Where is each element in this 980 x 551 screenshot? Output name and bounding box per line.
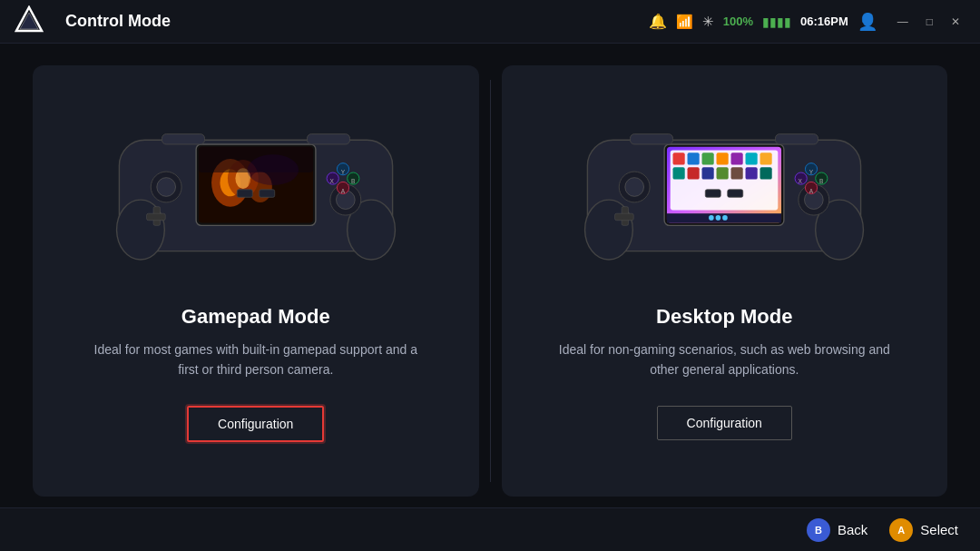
svg-point-15 <box>157 178 176 197</box>
svg-rect-71 <box>776 134 818 144</box>
bottom-bar: B Back A Select <box>0 507 980 551</box>
desktop-mode-desc: Ideal for non-gaming scenarios, such as … <box>552 339 897 380</box>
clock: 06:16PM <box>800 15 848 28</box>
desktop-illustration: Y X B A <box>570 87 878 287</box>
svg-point-53 <box>709 215 714 221</box>
svg-point-57 <box>625 178 644 197</box>
mode-divider <box>490 80 491 482</box>
svg-rect-50 <box>731 167 743 179</box>
battery-icon: ▮▮▮▮ <box>762 15 791 29</box>
svg-rect-52 <box>760 167 772 179</box>
window-controls: — □ ✕ <box>892 14 965 30</box>
titlebar: Control Mode 🔔 📶 ✳ 100% ▮▮▮▮ 06:16PM 👤 —… <box>0 0 980 44</box>
desktop-mode-title: Desktop Mode <box>656 305 792 329</box>
select-button[interactable]: A Select <box>889 518 958 542</box>
close-button[interactable]: ✕ <box>946 14 965 30</box>
svg-text:X: X <box>329 178 334 184</box>
svg-rect-51 <box>746 167 758 179</box>
back-icon: B <box>807 518 830 542</box>
svg-rect-45 <box>760 153 772 164</box>
svg-rect-47 <box>688 167 700 179</box>
svg-text:Y: Y <box>809 169 814 175</box>
svg-rect-48 <box>702 167 714 179</box>
svg-rect-42 <box>717 153 729 164</box>
back-button[interactable]: B Back <box>807 518 867 542</box>
svg-rect-29 <box>307 134 349 144</box>
app-logo <box>15 5 54 38</box>
maximize-button[interactable]: □ <box>921 14 938 30</box>
battery-status: 100% <box>723 15 753 28</box>
bluetooth-icon: ✳ <box>702 14 714 30</box>
desktop-config-button[interactable]: Configuration <box>657 406 792 440</box>
svg-rect-70 <box>631 134 673 144</box>
svg-rect-73 <box>728 190 743 197</box>
gamepad-mode-title: Gamepad Mode <box>181 305 330 329</box>
svg-text:A: A <box>809 188 814 194</box>
notification-icon: 🔔 <box>649 13 667 30</box>
select-icon: A <box>889 518 913 542</box>
svg-rect-40 <box>688 153 700 164</box>
svg-rect-72 <box>706 190 721 197</box>
svg-rect-43 <box>731 153 743 164</box>
svg-text:B: B <box>819 178 824 184</box>
desktop-mode-card: Y X B A Desktop Mode Ideal for non-gamin… <box>502 65 948 497</box>
main-content: Y X B A Gamepad Mode Ideal for most game… <box>0 44 980 551</box>
svg-text:Y: Y <box>341 169 346 175</box>
svg-point-55 <box>722 215 728 221</box>
svg-rect-61 <box>615 213 634 221</box>
svg-rect-44 <box>746 153 758 164</box>
svg-point-54 <box>716 215 721 221</box>
svg-rect-49 <box>717 167 729 179</box>
gamepad-mode-card: Y X B A Gamepad Mode Ideal for most game… <box>33 65 479 497</box>
status-bar: 🔔 📶 ✳ 100% ▮▮▮▮ 06:16PM 👤 <box>649 12 877 32</box>
svg-rect-46 <box>673 167 685 179</box>
gamepad-config-button[interactable]: Configuration <box>187 406 324 442</box>
back-label: Back <box>838 522 867 537</box>
svg-rect-28 <box>162 134 204 144</box>
svg-rect-30 <box>237 190 252 197</box>
svg-rect-39 <box>673 153 685 164</box>
svg-rect-31 <box>260 190 275 197</box>
minimize-button[interactable]: — <box>892 14 914 30</box>
wifi-icon: 📶 <box>676 14 693 30</box>
page-title: Control Mode <box>65 12 649 31</box>
svg-point-13 <box>247 154 298 185</box>
profile-icon: 👤 <box>858 12 877 32</box>
gamepad-illustration: Y X B A <box>102 87 410 287</box>
gamepad-mode-desc: Ideal for most games with built-in gamep… <box>83 339 428 380</box>
svg-text:X: X <box>799 178 803 184</box>
select-label: Select <box>920 522 958 537</box>
svg-text:A: A <box>341 188 346 194</box>
svg-text:B: B <box>351 178 356 184</box>
svg-rect-19 <box>146 213 165 221</box>
svg-rect-41 <box>702 153 714 164</box>
